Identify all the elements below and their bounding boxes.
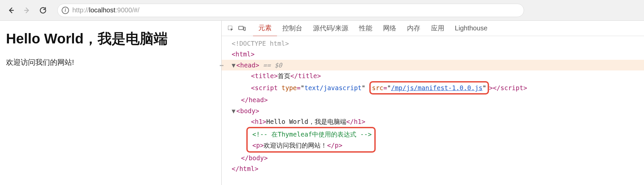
page-paragraph: 欢迎访问我们的网站! <box>6 57 215 67</box>
dom-html-close[interactable]: </html> <box>222 163 644 174</box>
annotation-highlight-box: <!-- 在Thymeleaf中使用的表达式 --> <p>欢迎访问我们的网站！… <box>246 127 376 153</box>
dom-comment[interactable]: <!-- 在Thymeleaf中使用的表达式 --> <box>248 129 372 140</box>
dom-head-close[interactable]: </head> <box>222 95 644 105</box>
reload-button[interactable] <box>37 4 49 17</box>
svg-rect-4 <box>244 27 245 30</box>
dom-script[interactable]: <script type="text/javascript" src="/mp/… <box>222 81 644 95</box>
back-button[interactable] <box>5 4 17 17</box>
tab-console[interactable]: 控制台 <box>277 20 308 36</box>
tab-application[interactable]: 应用 <box>426 20 450 36</box>
rendered-page: Hello World，我是电脑端 欢迎访问我们的网站! <box>0 21 222 185</box>
dom-head-open[interactable]: ⋯▼<head> == $0 <box>222 60 644 70</box>
dom-tree[interactable]: <!DOCTYPE html> <html> ⋯▼<head> == $0 <t… <box>222 36 644 176</box>
dom-h1[interactable]: <h1>Hello World，我是电脑端</h1> <box>222 116 644 127</box>
site-info-icon[interactable]: i <box>62 7 69 14</box>
dom-html-open[interactable]: <html> <box>222 49 644 59</box>
element-picker-icon[interactable] <box>225 25 236 32</box>
dom-doctype[interactable]: <!DOCTYPE html> <box>222 38 644 49</box>
svg-rect-3 <box>239 26 243 29</box>
dom-title[interactable]: <title>首页</title> <box>222 70 644 81</box>
url-text: http://localhost:9000/#/ <box>72 6 139 14</box>
devtools-toolbar: 元素 控制台 源代码/来源 性能 网络 内存 应用 Lighthouse <box>222 21 644 36</box>
tab-elements[interactable]: 元素 <box>253 20 277 37</box>
page-heading: Hello World，我是电脑端 <box>6 29 215 48</box>
forward-button[interactable] <box>21 4 33 17</box>
address-bar[interactable]: i http://localhost:9000/#/ <box>57 4 524 17</box>
device-toggle-icon[interactable] <box>236 25 248 31</box>
dom-body-close[interactable]: </body> <box>222 153 644 163</box>
devtools-panel: 元素 控制台 源代码/来源 性能 网络 内存 应用 Lighthouse <!D… <box>222 21 644 185</box>
tab-sources[interactable]: 源代码/来源 <box>308 20 354 36</box>
dom-body-open[interactable]: ▼<body> <box>222 106 644 116</box>
browser-toolbar: i http://localhost:9000/#/ <box>0 0 644 21</box>
tab-network[interactable]: 网络 <box>378 20 402 36</box>
tab-memory[interactable]: 内存 <box>402 20 426 36</box>
tab-lighthouse[interactable]: Lighthouse <box>450 21 493 35</box>
tab-performance[interactable]: 性能 <box>354 20 378 36</box>
dom-p[interactable]: <p>欢迎访问我们的网站！</p> <box>248 140 372 151</box>
